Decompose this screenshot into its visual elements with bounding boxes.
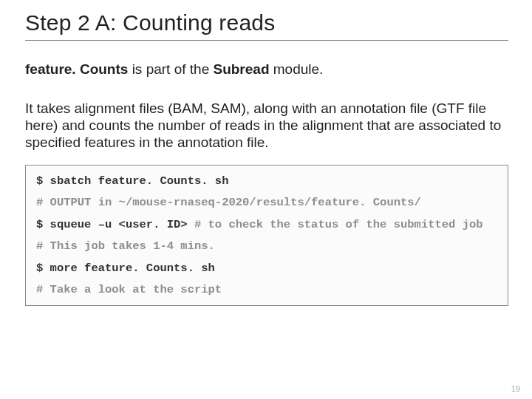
shell-comment: # This job takes 1-4 mins. xyxy=(36,239,215,253)
shell-comment: # Take a look at the script xyxy=(36,283,222,296)
code-line-1: $ sbatch feature. Counts. sh xyxy=(36,176,497,188)
shell-prompt: $ xyxy=(36,262,50,275)
lead-text-1: is part of the xyxy=(128,61,213,77)
shell-command: more feature. Counts. sh xyxy=(50,262,215,275)
lead-sentence: feature. Counts is part of the Subread m… xyxy=(25,61,508,78)
shell-prompt: $ xyxy=(36,218,50,231)
page-number: 19 xyxy=(511,384,520,393)
slide: Step 2 A: Counting reads feature. Counts… xyxy=(0,0,532,399)
shell-comment: # OUTPUT in ~/mouse-rnaseq-2020/results/… xyxy=(36,196,421,209)
code-block: $ sbatch feature. Counts. sh # OUTPUT in… xyxy=(25,165,508,306)
code-line-3: $ squeue –u <user. ID> # to check the st… xyxy=(36,219,497,231)
code-line-5: $ more feature. Counts. sh xyxy=(36,263,497,275)
code-line-2: # OUTPUT in ~/mouse-rnaseq-2020/results/… xyxy=(36,197,497,209)
lead-bold-2: Subread xyxy=(213,61,269,77)
shell-command: squeue –u <user. ID> xyxy=(50,218,194,231)
lead-text-2: module. xyxy=(270,61,324,77)
page-title: Step 2 A: Counting reads xyxy=(25,10,508,41)
code-line-4: # This job takes 1-4 mins. xyxy=(36,241,497,253)
shell-command: sbatch feature. Counts. sh xyxy=(50,174,229,188)
shell-prompt: $ xyxy=(36,174,50,188)
code-line-6: # Take a look at the script xyxy=(36,284,497,296)
shell-comment: # to check the status of the submitted j… xyxy=(194,218,483,231)
body-paragraph: It takes alignment files (BAM, SAM), alo… xyxy=(25,100,508,151)
lead-bold-1: feature. Counts xyxy=(25,61,128,77)
